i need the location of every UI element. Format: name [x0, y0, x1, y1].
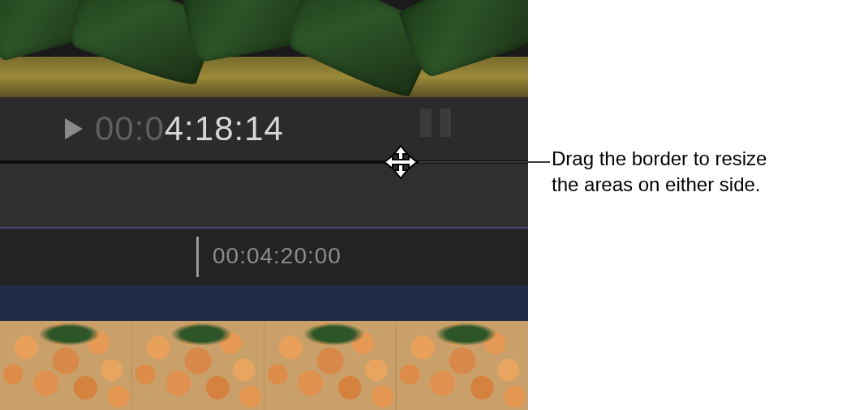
- clip-thumbnail: [264, 321, 396, 410]
- audio-meters-icon: [420, 109, 451, 137]
- timecode-lit: 4:18:14: [165, 109, 284, 147]
- editor-panel: 00:04:18:14 00:04:20:00: [0, 0, 528, 410]
- playhead-icon[interactable]: [196, 237, 199, 277]
- clip-thumbnail: [396, 321, 528, 410]
- spacer-area: [0, 164, 528, 227]
- callout-line: the areas on either side.: [552, 172, 767, 198]
- callout-leader-line: [419, 161, 550, 163]
- viewer-toolbar: 00:04:18:14: [0, 97, 528, 160]
- current-timecode[interactable]: 00:04:18:14: [95, 109, 284, 148]
- play-icon[interactable]: [65, 118, 83, 139]
- timeline-clip[interactable]: [0, 321, 528, 410]
- callout-line: Drag the border to resize: [552, 146, 767, 172]
- clip-thumbnail: [0, 321, 131, 410]
- timecode-dim: 00:0: [95, 109, 165, 147]
- timeline-ruler[interactable]: 00:04:20:00: [0, 227, 528, 287]
- viewer-area: [0, 0, 528, 97]
- timeline-track-header: [0, 285, 528, 321]
- callout-text: Drag the border to resize the areas on e…: [552, 146, 767, 199]
- clip-thumbnail: [131, 321, 264, 410]
- ruler-timecode: 00:04:20:00: [213, 243, 342, 269]
